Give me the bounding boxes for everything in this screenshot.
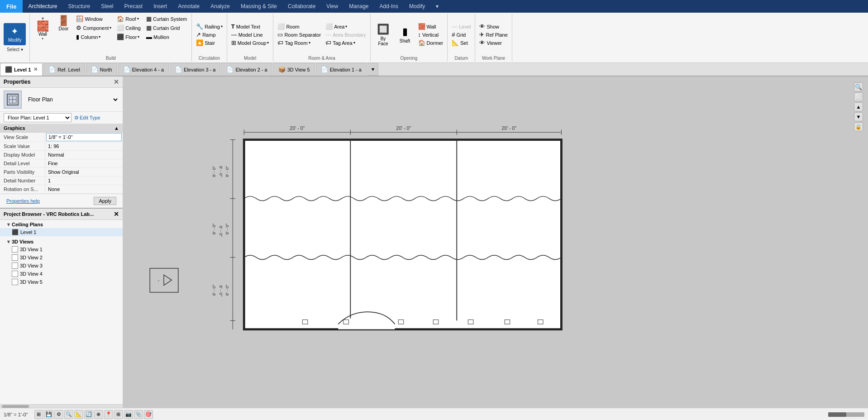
canvas-area[interactable]: - 20' - 0" 20' - 0" 20' - 0" [123,76,868,408]
status-icon-target[interactable]: 🎯 [144,410,153,419]
file-menu[interactable]: File [0,0,23,13]
menu-annotate[interactable]: Annotate [172,0,205,13]
menu-architecture[interactable]: Architecture [23,0,62,13]
model-group-button[interactable]: ⊞Model Group▾ [230,39,271,47]
view-scale-input[interactable] [46,133,122,141]
status-icon-link[interactable]: 📎 [134,410,143,419]
railing-button[interactable]: 🔧Railing▾ [195,23,224,30]
menu-insert[interactable]: Insert [148,0,172,13]
menu-collaborate[interactable]: Collaborate [282,0,321,13]
ref-plane-button[interactable]: ✈Ref Plane [478,31,509,38]
collapse-icon[interactable]: ▲ [114,125,119,131]
status-icon-pin[interactable]: 📍 [104,410,113,419]
room-button[interactable]: ⬜Room [276,23,322,30]
properties-help-link[interactable]: Properties help [3,196,43,205]
wall-opening-button[interactable]: 🧱Wall [417,23,445,30]
view-tabs-more[interactable]: ▾ [367,63,378,76]
tab-3dview5[interactable]: 📦 3D View 5 [273,63,315,76]
component-button[interactable]: ⚙Component▾ [74,24,113,32]
set-button[interactable]: 📐Set [450,39,472,47]
window-button[interactable]: 🪟Window [74,14,113,23]
shaft-button[interactable]: ▮ Shaft [395,25,415,44]
right-btn-4[interactable]: ▼ [854,112,863,121]
status-icon-save[interactable]: 💾 [44,410,53,419]
tab-level1[interactable]: ⬛ Level 1 ✕ [0,63,43,76]
zoom-search-button[interactable]: 🔍 [854,82,863,91]
tree-3d-views-row[interactable]: ▼ 3D Views [0,238,123,245]
menu-precast[interactable]: Precast [119,0,148,13]
menu-massing[interactable]: Massing & Site [235,0,282,13]
tree-ceiling-level1[interactable]: ⬛ Level 1 [0,228,123,236]
show-button[interactable]: 👁Show [478,23,509,30]
status-icon-add[interactable]: ⊕ [94,410,103,419]
mullion-button[interactable]: ▬Mullion [144,33,189,41]
tree-ceiling-plans-row[interactable]: ▼ Ceiling Plans [0,221,123,228]
ceiling-button[interactable]: ⬜Ceiling [115,24,143,32]
modify-button[interactable]: ✦ Modify [4,23,26,45]
grid-button[interactable]: #Grid [450,31,472,38]
ceiling-plans-expand[interactable]: ▼ [5,222,12,227]
type-selector[interactable]: Floor Plan [25,95,119,104]
properties-close-button[interactable]: ✕ [114,78,119,86]
right-btn-5[interactable]: 🔒 [854,122,863,131]
menu-manage[interactable]: Manage [343,0,374,13]
by-face-button[interactable]: 🔲 ByFace [373,23,393,47]
browser-close-button[interactable]: ✕ [114,210,119,218]
tree-3dview5[interactable]: 3D View 5 [0,278,123,286]
tab-elev3[interactable]: 📄 Elevation 3 - a [170,63,220,76]
select-dropdown[interactable]: Select ▾ [7,47,23,52]
status-icon-grid[interactable]: ⊞ [34,410,43,419]
browser-scrollbar[interactable] [0,404,123,408]
tree-3dview2[interactable]: 3D View 2 [0,253,123,262]
menu-analyze[interactable]: Analyze [205,0,235,13]
viewer-button[interactable]: 👁Viewer [478,39,509,47]
tag-area-button[interactable]: 🏷Tag Area▾ [324,39,367,47]
menu-addins[interactable]: Add-Ins [374,0,404,13]
status-icon-gear[interactable]: ⚙ [54,410,63,419]
status-icon-grid2[interactable]: ⊞ [114,410,123,419]
status-icon-rotate[interactable]: 🔄 [84,410,93,419]
status-icon-camera[interactable]: 📷 [124,410,133,419]
tab-elev4[interactable]: 📄 Elevation 4 - a [118,63,169,76]
menu-steel[interactable]: Steel [95,0,119,13]
menu-structure[interactable]: Structure [62,0,95,13]
menu-modify[interactable]: Modify [404,0,430,13]
level-button[interactable]: —Level [450,23,472,30]
tag-room-button[interactable]: 🏷Tag Room▾ [276,39,322,47]
tree-3dview3[interactable]: 3D View 3 [0,262,123,270]
status-icon-search[interactable]: 🔍 [64,410,73,419]
menu-view[interactable]: View [321,0,343,13]
tab-elev1[interactable]: 📄 Elevation 1 - a [316,63,367,76]
stair-button[interactable]: 🔼Stair [195,39,224,47]
curtain-grid-button[interactable]: ▦Curtain Grid [144,24,189,32]
column-button[interactable]: ▮Column▾ [74,33,113,41]
right-btn-2[interactable]: ⬜ [854,92,863,101]
ramp-button[interactable]: ↗Ramp [195,31,224,38]
ceiling-level1-label: Level 1 [20,229,36,235]
apply-button[interactable]: Apply [94,197,116,205]
3d-views-expand[interactable]: ▼ [5,239,12,244]
tab-elev2[interactable]: 📄 Elevation 2 - a [221,63,272,76]
status-icon-measure[interactable]: 📐 [74,410,83,419]
tab-level1-close[interactable]: ✕ [33,67,38,72]
wall-button[interactable]: ▾ 🧱 Wall ▾ [33,14,52,42]
tab-north[interactable]: 📄 North [86,63,117,76]
area-boundary-button[interactable]: ---Area Boundary [324,31,367,38]
tab-ref-level[interactable]: 📄 Ref. Level [43,63,85,76]
door-button[interactable]: 🚪 Door [54,14,72,33]
curtain-system-button[interactable]: ▦Curtain System [144,14,189,23]
floor-button[interactable]: ⬛Floor▾ [115,33,143,41]
model-text-button[interactable]: TModel Text [230,23,271,30]
dormer-button[interactable]: 🏠Dormer [417,39,445,47]
right-btn-3[interactable]: ▲ [854,102,863,111]
tree-3dview4[interactable]: 3D View 4 [0,270,123,278]
menu-more[interactable]: ▾ [430,0,444,13]
room-separator-button[interactable]: ▭Room Separator [276,31,322,38]
model-line-button[interactable]: —Model Line [230,31,271,38]
roof-button[interactable]: 🏠Roof▾ [115,14,143,23]
area-button[interactable]: ⬜Area▾ [324,23,367,30]
tree-3dview1[interactable]: 3D View 1 [0,245,123,253]
edit-type-button[interactable]: ⚙ Edit Type [74,115,100,121]
vertical-button[interactable]: ↕Vertical [417,31,445,38]
instance-selector[interactable]: Floor Plan: Level 1 [4,113,72,122]
